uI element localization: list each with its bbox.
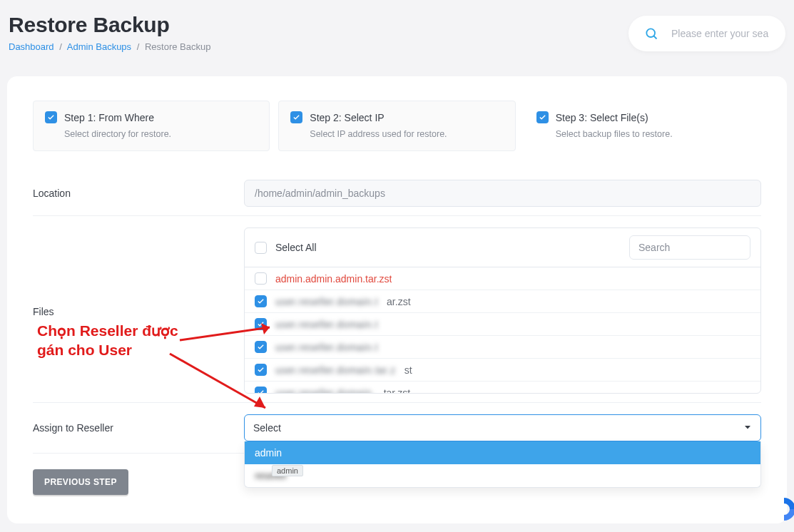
select-all[interactable]: Select All: [255, 242, 317, 254]
file-checkbox[interactable]: [255, 318, 267, 330]
breadcrumb-admin-backups[interactable]: Admin Backups: [67, 41, 131, 52]
step-title: Step 3: Select File(s): [556, 112, 648, 123]
files-panel: Select All admin.admin.admin.tar.zst use…: [244, 227, 761, 394]
search-input[interactable]: [671, 28, 785, 39]
assign-row: Assign to Reseller Select admin admin re…: [33, 403, 761, 454]
files-header: Select All: [245, 228, 760, 267]
select-all-label: Select All: [275, 242, 317, 253]
file-checkbox[interactable]: [255, 387, 267, 393]
location-label: Location: [33, 188, 244, 199]
step-2[interactable]: Step 2: Select IP Select IP address used…: [278, 101, 515, 151]
option-label: admin: [255, 447, 282, 459]
svg-point-0: [646, 29, 655, 37]
file-name-obscured: user.reseller.domain.t: [275, 296, 378, 307]
file-row[interactable]: admin.admin.admin.tar.zst: [245, 267, 760, 290]
file-checkbox[interactable]: [255, 364, 267, 376]
file-name-obscured: user.reseller.domain.t: [275, 342, 378, 353]
file-checkbox[interactable]: [255, 272, 267, 285]
header-left: Restore Backup Dashboard / Admin Backups…: [9, 13, 628, 52]
caret-down-icon: [743, 421, 752, 434]
file-name: admin.admin.admin.tar.zst: [275, 273, 392, 285]
file-row[interactable]: user.reseller.domain.t: [245, 313, 760, 336]
dropdown-option[interactable]: reseller: [245, 464, 760, 487]
select-all-checkbox[interactable]: [255, 242, 267, 254]
step-title: Step 2: Select IP: [310, 112, 384, 123]
step-3-active[interactable]: Step 3: Select File(s) Select backup fil…: [524, 101, 761, 151]
breadcrumb-dashboard[interactable]: Dashboard: [9, 41, 54, 52]
check-icon: [536, 111, 549, 123]
global-search[interactable]: [628, 16, 785, 51]
svg-line-1: [654, 36, 657, 39]
file-name-obscured: user.reseller.domain.tar.z: [275, 364, 396, 376]
file-row[interactable]: user.reseller.domain.t ar.zst: [245, 290, 760, 313]
step-subtitle: Select directory for restore.: [64, 129, 258, 139]
location-input[interactable]: [244, 180, 761, 207]
recaptcha-badge: [758, 495, 794, 528]
previous-step-button[interactable]: PREVIOUS STEP: [33, 469, 128, 495]
assign-label: Assign to Reseller: [33, 422, 244, 434]
files-row: Files Select All admin.admin.admin.tar.z…: [33, 216, 761, 403]
search-icon: [644, 26, 658, 41]
annotation-text: Chọn Reseller được gán cho User: [37, 321, 178, 360]
step-title: Step 1: From Where: [64, 112, 154, 123]
breadcrumb-current: Restore Backup: [145, 41, 211, 52]
step-subtitle: Select IP address used for restore.: [310, 129, 503, 139]
location-row: Location: [33, 171, 761, 216]
page-header: Restore Backup Dashboard / Admin Backups…: [0, 0, 794, 59]
restore-card: Step 1: From Where Select directory for …: [7, 76, 787, 523]
annotation-line1: Chọn Reseller được: [37, 322, 178, 339]
file-suffix: ar.zst: [387, 296, 410, 307]
breadcrumb: Dashboard / Admin Backups / Restore Back…: [9, 41, 628, 52]
recaptcha-icon: [770, 495, 794, 523]
assign-reseller-select[interactable]: Select: [244, 414, 761, 441]
steps-row: Step 1: From Where Select directory for …: [33, 101, 761, 151]
file-suffix: st: [404, 364, 412, 376]
svg-marker-2: [745, 426, 750, 429]
file-checkbox[interactable]: [255, 295, 267, 307]
file-suffix: tar.zst: [384, 387, 410, 394]
file-row[interactable]: user.reseller.domain. tar.zst: [245, 382, 760, 393]
files-label: Files: [33, 227, 244, 317]
file-name-obscured: user.reseller.domain.: [275, 387, 375, 394]
select-value: Select: [253, 422, 281, 434]
check-icon: [45, 111, 57, 123]
step-1[interactable]: Step 1: From Where Select directory for …: [33, 101, 270, 151]
check-icon: [290, 111, 302, 123]
breadcrumb-separator: /: [59, 41, 62, 52]
dropdown-option-admin[interactable]: admin admin: [245, 441, 760, 464]
breadcrumb-separator: /: [137, 41, 140, 52]
assign-dropdown[interactable]: admin admin reseller: [244, 441, 761, 488]
files-search-input[interactable]: [629, 235, 750, 260]
step-subtitle: Select backup files to restore.: [556, 129, 749, 139]
file-row[interactable]: user.reseller.domain.t: [245, 336, 760, 359]
files-list[interactable]: admin.admin.admin.tar.zst user.reseller.…: [245, 267, 760, 393]
annotation-line2: gán cho User: [37, 342, 132, 358]
file-name-obscured: user.reseller.domain.t: [275, 319, 378, 330]
page-title: Restore Backup: [9, 13, 628, 37]
tooltip: admin: [272, 465, 303, 476]
file-row[interactable]: user.reseller.domain.tar.z st: [245, 359, 760, 382]
file-checkbox[interactable]: [255, 341, 267, 353]
